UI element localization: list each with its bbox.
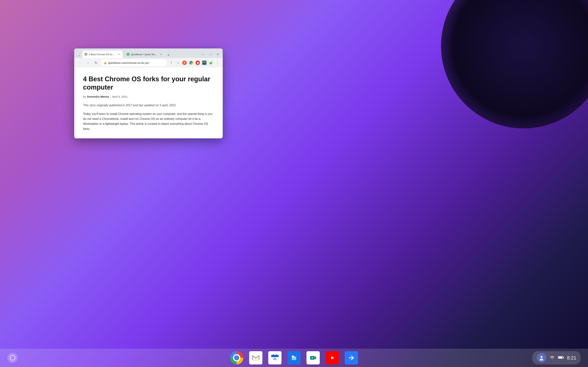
minimize-button[interactable]: — [200,52,207,57]
calendar-app-icon: 31 [268,351,282,364]
svg-point-12 [540,359,543,361]
avatar [537,353,546,363]
tab-close-button-1[interactable]: ✕ [117,53,121,56]
page-content: 4 Best Chrome OS forks for your regular … [74,67,223,138]
dock-item-calendar[interactable]: 31 [268,350,282,365]
tab-dropdown-button[interactable]: ⌄ [76,53,82,58]
new-tab-button[interactable]: + [165,52,172,58]
puzzle-extension-icon[interactable]: 🧩 [208,60,214,66]
brave-icon: B [182,60,187,65]
svg-point-11 [540,356,543,358]
tab-favicon-chrome [85,53,87,56]
tab-title-inactive: Quickfever • Quick Tech Tutorials [131,53,158,56]
article-by-label: by [83,95,86,98]
taskbar-left [7,353,18,363]
wifi-icon [549,355,555,360]
back-button[interactable]: ← [77,59,83,66]
files-app-icon [287,351,301,364]
screenshot-icon: 📷 [202,60,207,65]
tab-divider [123,51,124,55]
launcher-button[interactable] [7,353,18,363]
meet-app-icon: M [306,351,320,364]
reload-icon: ↻ [95,61,97,65]
tab-inactive[interactable]: Q Quickfever • Quick Tech Tutorials ✕ [124,51,165,58]
window-controls: — □ ✕ [200,52,221,58]
forward-icon: → [86,61,89,65]
quickshare-app-icon [345,351,358,364]
gmail-app-icon [249,351,262,364]
desktop: ⌄ 4 Best Chrome OS forks for you... ✕ Q … [0,0,588,367]
battery-icon [558,356,564,360]
maximize-icon: □ [210,53,211,56]
svg-marker-7 [315,356,316,359]
youtube-app-icon [326,351,339,364]
screenshot-extension-icon[interactable]: 📷 [201,60,207,66]
minimize-icon: — [202,53,205,56]
chevron-down-icon: ⌄ [78,53,80,57]
article-title: 4 Best Chrome OS forks for your regular … [83,75,214,91]
bookmark-icon: ☆ [177,61,179,65]
url-text: quickfever.com/chrome-os-for-pc/ [108,61,164,64]
dock-item-chrome[interactable] [229,350,244,365]
article-meta: by Devendra Meena - April 4, 2021 [83,95,214,98]
google-icon [189,61,193,65]
dock-item-youtube[interactable] [325,350,340,365]
menu-button[interactable]: ⋮ [215,60,221,66]
article-subtitle: This story originally published in 2017 … [83,104,214,107]
reload-button[interactable]: ↻ [93,59,99,66]
forward-button[interactable]: → [85,59,91,66]
system-tray[interactable]: 8:21 [532,351,581,364]
google-extension-icon[interactable] [188,60,194,66]
share-button[interactable]: ⤴ [168,60,174,66]
article-date: April 4, 2021 [112,95,128,98]
maximize-button[interactable]: □ [207,52,214,57]
svg-text:31: 31 [273,358,277,361]
lock-icon: 🔒 [104,61,107,64]
svg-text:M: M [311,357,313,359]
address-bar[interactable]: 🔒 quickfever.com/chrome-os-for-pc/ [101,59,167,66]
close-icon: ✕ [217,53,219,56]
close-button[interactable]: ✕ [215,52,221,57]
dock-item-quickshare[interactable] [344,350,359,365]
svg-rect-14 [563,357,564,358]
back-icon: ← [78,61,81,65]
article-dash: - [110,95,111,98]
tab-active[interactable]: 4 Best Chrome OS forks for you... ✕ [82,51,123,58]
tab-title-active: 4 Best Chrome OS forks for you... [89,53,116,56]
article-body: Today you'll learn to install Chrome ope… [83,111,214,131]
taskbar-right: 8:21 [532,351,581,364]
brave-extension-icon[interactable]: B [182,60,187,66]
bookmark-button[interactable]: ☆ [175,60,181,66]
menu-icon: ⋮ [216,61,219,65]
dock-item-gmail[interactable] [248,350,263,365]
toolbar-icons: ⤴ ☆ B ◼ 📷 🧩 [168,60,221,66]
tab-close-button-2[interactable]: ✕ [159,53,163,56]
system-clock: 8:21 [567,355,576,361]
taskbar: 31 [0,349,588,367]
plus-icon: + [167,53,170,57]
nav-bar: ← → ↻ 🔒 quickfever.com/chrome-os-for-pc/… [74,58,223,67]
launcher-circle-icon [10,355,15,361]
chrome-app-icon [230,351,243,364]
red-extension-icon[interactable]: ◼ [195,60,201,66]
tab-favicon-qf: Q [127,53,130,56]
share-icon: ⤴ [171,61,172,64]
taskbar-dock: 31 [229,350,359,365]
red-ext-icon: ◼ [196,60,200,65]
dock-item-meet[interactable]: M [306,350,320,365]
svg-rect-5 [276,354,277,356]
dock-item-files[interactable] [287,350,301,365]
svg-rect-2 [271,356,278,357]
tab-bar: ⌄ 4 Best Chrome OS forks for you... ✕ Q … [74,49,223,58]
svg-rect-4 [273,354,274,356]
svg-rect-15 [559,357,562,358]
puzzle-icon: 🧩 [209,61,213,65]
browser-window: ⌄ 4 Best Chrome OS forks for you... ✕ Q … [74,49,223,138]
article-author: Devendra Meena [87,95,109,98]
